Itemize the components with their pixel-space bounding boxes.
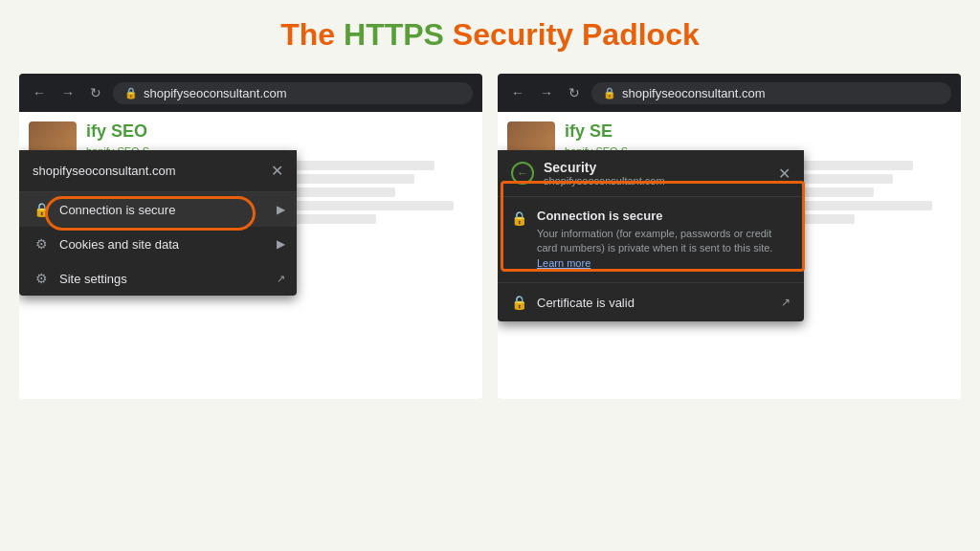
- left-cookies-icon: ⚙: [33, 236, 50, 252]
- right-security-back-button[interactable]: ←: [511, 162, 534, 185]
- right-security-title: Security: [544, 160, 665, 175]
- left-cookies-item[interactable]: ⚙ Cookies and site data ▶: [19, 227, 297, 261]
- right-forward-button[interactable]: →: [536, 83, 557, 102]
- left-browser-chrome: ← → ↻ 🔒 shopifyseoconsultant.com: [19, 74, 482, 112]
- right-connection-row: 🔒 Connection is secure Your information …: [511, 209, 791, 271]
- left-dropdown-header-text: shopifyseoconsultant.com: [33, 164, 176, 178]
- left-lock-icon: 🔒: [124, 87, 138, 99]
- right-certificate-link-icon[interactable]: ↗: [781, 296, 791, 309]
- title-padlock: Padlock: [582, 17, 700, 52]
- left-refresh-button[interactable]: ↻: [86, 83, 105, 102]
- panels-container: ← → ↻ 🔒 shopifyseoconsultant.com ify SEO…: [0, 74, 980, 399]
- right-security-header-info: Security shopifyseoconsultant.com: [544, 160, 665, 187]
- left-settings-item[interactable]: ⚙ Site settings ↗: [19, 261, 297, 296]
- right-security-dropdown: ← Security shopifyseoconsultant.com ✕ 🔒 …: [498, 150, 804, 321]
- right-website-bg: ify SE hopify SEO S ← Security shopifyse…: [498, 112, 961, 399]
- left-site-title: ify SEO: [86, 121, 473, 142]
- right-refresh-button[interactable]: ↻: [565, 83, 584, 102]
- left-dropdown-header: shopifyseoconsultant.com ✕: [19, 150, 297, 192]
- left-connection-arrow: ▶: [277, 203, 285, 216]
- right-site-title: ify SE: [565, 121, 951, 142]
- left-cookies-label: Cookies and site data: [59, 237, 179, 252]
- right-security-sub: shopifyseoconsultant.com: [544, 175, 665, 187]
- title-the: The: [280, 17, 344, 52]
- left-dropdown-close[interactable]: ✕: [271, 162, 283, 180]
- right-connection-desc: Your information (for example, passwords…: [537, 227, 791, 271]
- right-connection-content: Connection is secure Your information (f…: [537, 209, 791, 271]
- right-certificate-left: 🔒 Certificate is valid: [511, 295, 635, 310]
- left-forward-button[interactable]: →: [57, 83, 78, 102]
- right-address-text: shopifyseoconsultant.com: [622, 86, 766, 100]
- left-panel: ← → ↻ 🔒 shopifyseoconsultant.com ify SEO…: [19, 74, 482, 399]
- right-address-bar[interactable]: 🔒 shopifyseoconsultant.com: [591, 82, 951, 104]
- left-address-bar[interactable]: 🔒 shopifyseoconsultant.com: [113, 82, 473, 104]
- left-connection-item[interactable]: 🔒 Connection is secure ▶: [19, 192, 297, 227]
- left-website-bg: ify SEO hopify SEO S shopifyseoconsultan…: [19, 112, 482, 399]
- left-settings-link-icon: ↗: [277, 273, 285, 285]
- right-certificate-text: Certificate is valid: [537, 296, 635, 310]
- right-lock-icon: 🔒: [603, 87, 616, 99]
- right-learn-more-link[interactable]: Learn more: [537, 257, 590, 269]
- left-cookies-arrow: ▶: [277, 237, 285, 251]
- left-connection-label: Connection is secure: [59, 203, 175, 217]
- right-certificate-row: 🔒 Certificate is valid ↗: [498, 283, 804, 321]
- right-certificate-icon: 🔒: [511, 295, 527, 310]
- left-back-button[interactable]: ←: [29, 83, 50, 102]
- left-address-text: shopifyseoconsultant.com: [144, 86, 287, 100]
- right-security-header: ← Security shopifyseoconsultant.com ✕: [498, 150, 804, 197]
- right-security-close[interactable]: ✕: [778, 165, 791, 183]
- left-dropdown-menu: shopifyseoconsultant.com ✕ 🔒 Connection …: [19, 150, 297, 296]
- left-connection-icon: 🔒: [33, 202, 50, 217]
- right-browser-chrome: ← → ↻ 🔒 shopifyseoconsultant.com: [498, 74, 961, 112]
- title-security: Security: [444, 17, 582, 52]
- left-settings-label: Site settings: [59, 272, 127, 286]
- left-settings-icon: ⚙: [33, 271, 50, 286]
- right-back-button[interactable]: ←: [507, 83, 528, 102]
- right-connection-title: Connection is secure: [537, 209, 791, 223]
- title-https: HTTPS: [344, 17, 444, 52]
- right-connection-section-icon: 🔒: [511, 210, 527, 226]
- page-title: The HTTPS Security Padlock: [0, 0, 980, 66]
- right-panel: ← → ↻ 🔒 shopifyseoconsultant.com ify SE …: [498, 74, 961, 399]
- right-connection-section: 🔒 Connection is secure Your information …: [498, 197, 804, 283]
